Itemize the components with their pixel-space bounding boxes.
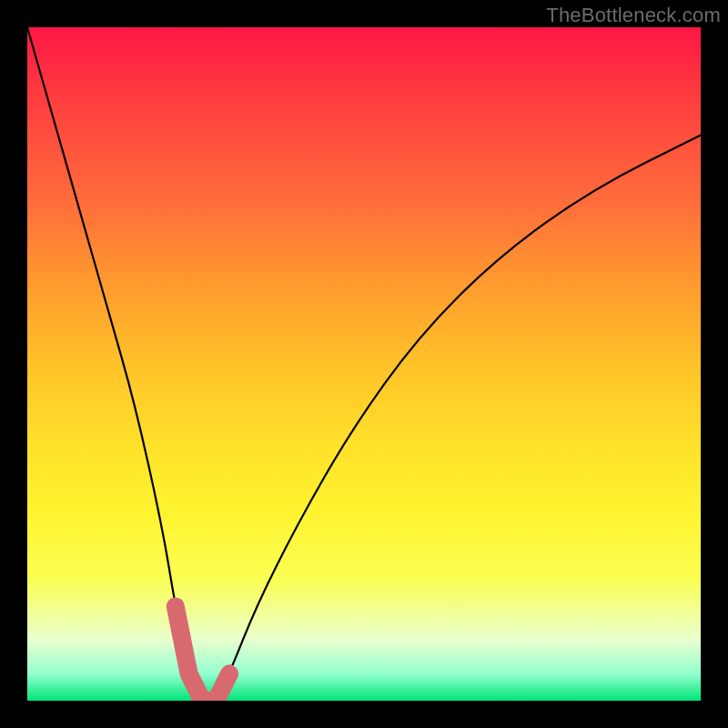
plot-area — [27, 27, 701, 701]
watermark-text: TheBottleneck.com — [546, 4, 721, 27]
highlight-segment — [176, 606, 229, 701]
curve-layer — [27, 27, 701, 701]
bottleneck-curve — [27, 27, 701, 701]
chart-stage: TheBottleneck.com — [0, 0, 728, 728]
